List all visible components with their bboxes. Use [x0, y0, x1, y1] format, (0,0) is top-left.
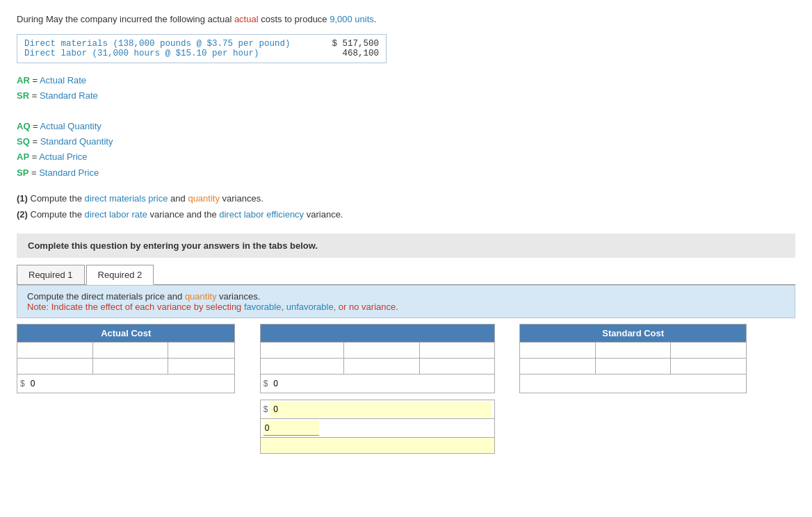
legend-ar: AR = Actual Rate [17, 73, 795, 88]
actual-dollar-sign: $ [20, 379, 25, 388]
actual-r1c2-input[interactable] [93, 343, 168, 358]
variance-value-2-input[interactable] [263, 420, 319, 436]
variance-label-2-input[interactable] [17, 420, 235, 436]
cost-label-materials: Direct materials (138,000 pounds @ $3.75… [24, 39, 291, 49]
middle-r1c3[interactable] [419, 343, 495, 359]
tab-required1-label: Required 1 [29, 270, 73, 280]
middle-r1c1[interactable] [260, 343, 344, 359]
grid-row-1 [17, 343, 747, 359]
middle-r1c2[interactable] [344, 343, 420, 359]
tab-required1[interactable]: Required 1 [17, 265, 85, 284]
tab-instruction-text: Compute the direct materials price and q… [27, 291, 260, 302]
legend-sr: SR = Standard Rate [17, 88, 795, 104]
std-r2c2-input[interactable] [596, 359, 671, 374]
grid-row-2 [17, 359, 747, 375]
middle-header [260, 325, 495, 343]
variance-grid-wrapper: Actual Cost Standard Cost [17, 324, 747, 454]
actual-r2c3[interactable] [168, 359, 235, 375]
variance-label-1-cell[interactable] [17, 400, 235, 419]
std-total-cell[interactable] [520, 375, 747, 393]
variance-value-3-input[interactable] [261, 438, 495, 453]
actual-r2c2[interactable] [92, 359, 168, 375]
actual-total-cell[interactable]: $ [17, 375, 235, 393]
instruction-2: (2) Compute the direct labor rate varian… [17, 206, 795, 222]
actual-dollar-prefix: $ [17, 375, 234, 393]
std-r1c1[interactable] [520, 343, 596, 359]
actual-r1c3-input[interactable] [168, 343, 234, 358]
actual-cost-header: Actual Cost [17, 325, 235, 343]
grid-row-3-totals: $ $ [17, 375, 747, 393]
std-r2c3[interactable] [671, 359, 747, 375]
middle-r2c1-input[interactable] [261, 359, 344, 374]
actual-word: actual [234, 14, 259, 24]
std-total-input[interactable] [520, 376, 746, 391]
variance-label-3-cell[interactable] [17, 438, 235, 454]
std-r2c1-input[interactable] [520, 359, 595, 374]
variance-value-1-input[interactable] [270, 402, 492, 417]
spacer-row [17, 393, 747, 400]
middle-dollar-prefix: $ [261, 375, 495, 393]
tabs-container: Required 1 Required 2 [17, 265, 795, 285]
middle-r2c1[interactable] [260, 359, 344, 375]
middle-r1c3-input[interactable] [420, 343, 495, 358]
variance-table: Actual Cost Standard Cost [17, 324, 747, 454]
middle-r2c2[interactable] [344, 359, 420, 375]
actual-r1c3[interactable] [168, 343, 235, 359]
variance-label-1-input[interactable] [17, 402, 235, 417]
middle-r2c3-input[interactable] [420, 359, 495, 374]
actual-r1c1[interactable] [17, 343, 93, 359]
legend-sp: SP = Standard Price [17, 165, 795, 181]
std-r2c1[interactable] [520, 359, 596, 375]
variance-row-1: $ [17, 400, 747, 419]
variance-value-1-cell[interactable]: $ [260, 400, 495, 419]
legend-sq: SQ = Standard Quantity [17, 134, 795, 149]
legend-aq: AQ = Actual Quantity [17, 119, 795, 134]
legend-section: AR = Actual Rate SR = Standard Rate AQ =… [17, 73, 795, 181]
variance-dollar-sign-1: $ [263, 404, 268, 414]
cost-table: Direct materials (138,000 pounds @ $3.75… [17, 34, 387, 63]
standard-cost-header: Standard Cost [520, 325, 747, 343]
middle-total-cell[interactable]: $ [260, 375, 495, 393]
instructions-section: (1) Compute the direct materials price a… [17, 190, 795, 223]
actual-r2c1[interactable] [17, 359, 93, 375]
tab-content: Compute the direct materials price and q… [17, 285, 795, 454]
actual-r1c1-input[interactable] [17, 343, 92, 358]
std-r1c3[interactable] [671, 343, 747, 359]
instruction-1: (1) Compute the direct materials price a… [17, 190, 795, 206]
std-r1c3-input[interactable] [671, 343, 746, 358]
actual-total-input[interactable] [27, 376, 232, 391]
variance-value-3-cell[interactable] [260, 438, 495, 454]
cost-label-labor: Direct labor (31,000 hours @ $15.10 per … [24, 49, 259, 58]
actual-r1c2[interactable] [92, 343, 168, 359]
variance-row-3 [17, 438, 747, 454]
tab-required2[interactable]: Required 2 [86, 265, 154, 285]
std-r1c2[interactable] [595, 343, 671, 359]
actual-r2c2-input[interactable] [93, 359, 168, 374]
variance-label-2-cell[interactable] [17, 419, 235, 438]
variance-row-2 [17, 419, 747, 438]
cost-value-labor: 468,100 [343, 49, 380, 58]
tab-note-text: Note: Indicate the effect of each varian… [27, 302, 398, 312]
cost-value-materials: $ 517,500 [332, 39, 380, 49]
std-r2c3-input[interactable] [671, 359, 746, 374]
middle-total-input[interactable] [270, 376, 492, 391]
std-r1c1-input[interactable] [520, 343, 595, 358]
units-text: 9,000 units [330, 14, 374, 24]
variance-value-2-cell[interactable] [260, 419, 495, 438]
std-r1c2-input[interactable] [596, 343, 671, 358]
intro-paragraph: During May the company incurred the foll… [17, 14, 795, 24]
std-r2c2[interactable] [595, 359, 671, 375]
variance-label-3-input[interactable] [17, 438, 235, 453]
complete-box: Complete this question by entering your … [17, 233, 795, 258]
middle-dollar-sign: $ [263, 379, 268, 388]
legend-ap: AP = Actual Price [17, 149, 795, 165]
actual-r2c1-input[interactable] [17, 359, 92, 374]
actual-r2c3-input[interactable] [168, 359, 234, 374]
variance-dollar-1: $ [261, 400, 495, 418]
middle-r1c2-input[interactable] [344, 343, 419, 358]
tab-required2-label: Required 2 [98, 270, 143, 280]
middle-r1c1-input[interactable] [261, 343, 344, 358]
complete-box-text: Complete this question by entering your … [28, 240, 318, 251]
middle-r2c2-input[interactable] [344, 359, 419, 374]
middle-r2c3[interactable] [419, 359, 495, 375]
